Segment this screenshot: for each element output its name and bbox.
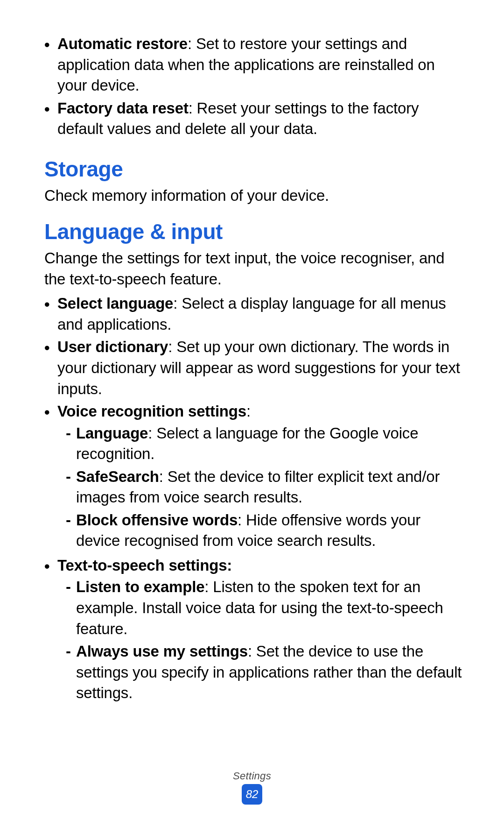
sub-marker: - [66,510,76,551]
section-heading-language: Language & input [44,219,464,244]
page-footer: Settings 82 [0,770,504,805]
bullet-item: • Text-to-speech settings: - Listen to e… [44,555,464,706]
sub-item: - Always use my settings: Set the device… [57,641,464,704]
top-bullet-list: • Automatic restore: Set to restore your… [44,34,464,140]
bullet-term: Automatic restore [57,35,188,52]
bullet-term: Select language [57,295,173,312]
bullet-item: • Automatic restore: Set to restore your… [44,34,464,96]
bullet-marker: • [44,293,57,335]
sub-list: - Listen to example: Listen to the spoke… [57,577,464,703]
bullet-marker: • [44,337,57,399]
bullet-body: User dictionary: Set up your own diction… [57,337,464,399]
bullet-marker: • [44,34,57,96]
sub-marker: - [66,641,76,704]
bullet-term: Voice recognition settings [57,403,246,420]
sub-marker: - [66,467,76,508]
sub-marker: - [66,577,76,639]
bullet-term: Factory data reset [57,99,189,117]
sub-list: - Language: Select a language for the Go… [57,423,464,551]
bullet-body: Select language: Select a display langua… [57,293,464,335]
bullet-body: Factory data reset: Reset your settings … [57,98,464,140]
page-number-badge: 82 [242,784,262,805]
bullet-term: User dictionary [57,338,168,355]
sub-marker: - [66,423,76,465]
sub-term: Block offensive words [76,511,238,529]
bullet-marker: • [44,401,57,553]
sub-term: Language [76,424,148,442]
sub-item: - Language: Select a language for the Go… [57,423,464,465]
bullet-body: Text-to-speech settings: - Listen to exa… [57,555,464,706]
section-heading-storage: Storage [44,156,464,182]
sub-term: Listen to example [76,578,204,595]
bullet-item: • Factory data reset: Reset your setting… [44,98,464,140]
section-desc-storage: Check memory information of your device. [44,185,464,206]
bullet-body: Voice recognition settings: - Language: … [57,401,464,553]
sub-body: SafeSearch: Set the device to filter exp… [76,467,464,508]
bullet-item: • Select language: Select a display lang… [44,293,464,335]
sub-body: Always use my settings: Set the device t… [76,641,464,704]
document-page: • Automatic restore: Set to restore your… [0,0,504,827]
sub-body: Language: Select a language for the Goog… [76,423,464,465]
section-desc-language: Change the settings for text input, the … [44,248,464,290]
sub-item: - Listen to example: Listen to the spoke… [57,577,464,639]
sub-item: - Block offensive words: Hide offensive … [57,510,464,551]
bullet-body: Automatic restore: Set to restore your s… [57,34,464,96]
sub-item: - SafeSearch: Set the device to filter e… [57,467,464,508]
bullet-item: • Voice recognition settings: - Language… [44,401,464,553]
sub-body: Listen to example: Listen to the spoken … [76,577,464,639]
bullet-desc: : [246,403,251,420]
bullet-marker: • [44,98,57,140]
bullet-term: Text-to-speech settings: [57,557,232,574]
language-bullet-list: • Select language: Select a display lang… [44,293,464,705]
footer-section-label: Settings [0,770,504,782]
sub-term: Always use my settings [76,643,248,660]
page-number: 82 [246,788,259,801]
bullet-item: • User dictionary: Set up your own dicti… [44,337,464,399]
bullet-marker: • [44,555,57,706]
sub-term: SafeSearch [76,468,159,485]
sub-body: Block offensive words: Hide offensive wo… [76,510,464,551]
